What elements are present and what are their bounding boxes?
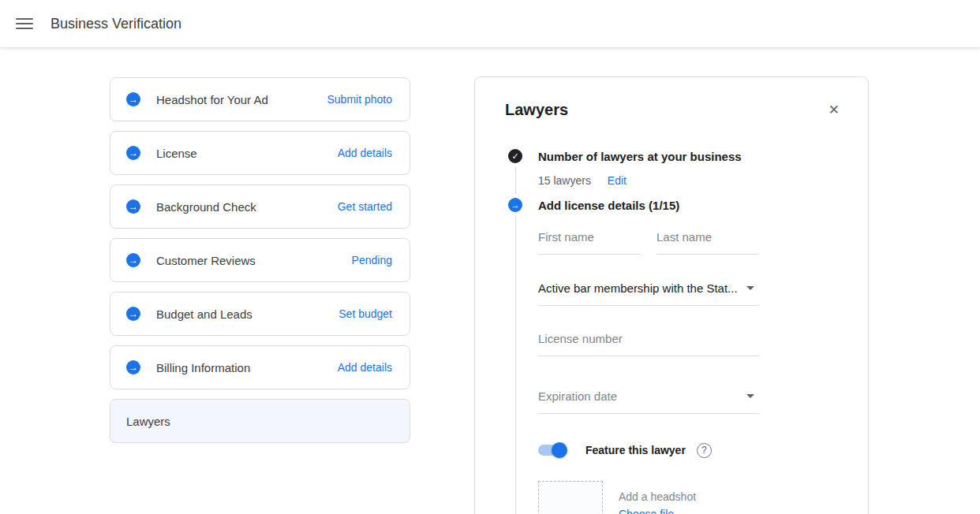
- panel-title: Lawyers: [505, 101, 568, 119]
- checklist-card[interactable]: → Budget and Leads Set budget: [110, 292, 410, 336]
- step-title: Add license details (1/15): [538, 198, 841, 213]
- chevron-down-icon: [746, 286, 754, 290]
- checklist-card-action-link[interactable]: Pending: [352, 254, 392, 266]
- headshot-meta: Add a headshot Choose file: [619, 481, 696, 514]
- feature-toggle[interactable]: [538, 442, 567, 458]
- checklist-card-action-link[interactable]: Add details: [338, 147, 392, 159]
- checklist-card-action-link[interactable]: Add details: [338, 361, 392, 374]
- checklist-card-action-link[interactable]: Submit photo: [327, 93, 393, 106]
- lawyer-count-value: 15 lawyers: [538, 174, 591, 187]
- last-name-field[interactable]: [656, 230, 759, 255]
- main-content: → Headshot for Your Ad Submit photo → Li…: [0, 48, 980, 514]
- checklist-card-action-link[interactable]: Get started: [338, 200, 392, 213]
- bar-membership-value: Active bar membership with the Stat...: [538, 281, 738, 295]
- checklist-card-label: Headshot for Your Ad: [156, 93, 327, 106]
- panel-header: Lawyers ✕: [505, 101, 841, 120]
- page-title: Business Verification: [50, 16, 181, 32]
- feature-toggle-label: Feature this lawyer: [585, 444, 686, 456]
- step-add-license-details: → Add license details (1/15) Active bar …: [505, 198, 841, 514]
- arrow-circle-icon: →: [126, 146, 140, 160]
- checklist-card-label: Billing Information: [156, 361, 338, 374]
- arrow-circle-icon: →: [126, 307, 140, 321]
- stepper: ✓ Number of lawyers at your business 15 …: [505, 149, 841, 514]
- headshot-row: Add a headshot Choose file: [538, 481, 841, 514]
- checklist-card[interactable]: → Customer Reviews Pending: [110, 238, 410, 282]
- step-rail: →: [508, 198, 522, 514]
- expiration-date-placeholder: Expiration date: [538, 389, 617, 403]
- checklist-card[interactable]: Lawyers: [110, 399, 410, 443]
- checklist: → Headshot for Your Ad Submit photo → Li…: [110, 77, 410, 453]
- arrow-circle-icon: →: [126, 199, 140, 214]
- step-content: Add license details (1/15) Active bar me…: [538, 198, 841, 514]
- checklist-card-label: Budget and Leads: [156, 307, 339, 321]
- step-title: Number of lawyers at your business: [538, 149, 841, 164]
- step-rail: ✓: [508, 149, 522, 198]
- arrow-circle-icon: →: [126, 253, 140, 267]
- headshot-label: Add a headshot: [619, 490, 696, 503]
- step-summary: 15 lawyers Edit: [538, 174, 841, 187]
- checklist-card-label: Lawyers: [126, 415, 392, 428]
- checklist-card[interactable]: → Background Check Get started: [110, 184, 410, 229]
- bar-membership-select[interactable]: Active bar membership with the Stat...: [538, 281, 759, 306]
- step-connector: [515, 167, 516, 194]
- expiration-date-select[interactable]: Expiration date: [538, 389, 759, 414]
- check-circle-icon: ✓: [508, 149, 522, 163]
- step-connector: [515, 216, 516, 514]
- checklist-card[interactable]: → Billing Information Add details: [110, 345, 410, 389]
- feature-toggle-row: Feature this lawyer ?: [538, 442, 841, 458]
- arrow-circle-icon: →: [126, 92, 140, 106]
- help-icon[interactable]: ?: [697, 443, 712, 458]
- license-details-form: Active bar membership with the Stat... E…: [538, 230, 841, 514]
- checklist-card-label: License: [156, 147, 338, 160]
- arrow-circle-icon: →: [126, 360, 140, 374]
- checklist-card-label: Background Check: [156, 200, 338, 214]
- first-name-field[interactable]: [538, 230, 641, 255]
- choose-file-link[interactable]: Choose file: [619, 508, 674, 514]
- hamburger-icon[interactable]: [16, 18, 33, 29]
- checklist-card[interactable]: → License Add details: [110, 131, 410, 175]
- lawyers-panel: Lawyers ✕ ✓ Number of lawyers at your bu…: [474, 76, 869, 514]
- close-icon[interactable]: ✕: [827, 101, 841, 120]
- checklist-card[interactable]: → Headshot for Your Ad Submit photo: [110, 77, 410, 121]
- toggle-thumb: [552, 442, 567, 458]
- chevron-down-icon: [746, 394, 754, 398]
- license-number-field[interactable]: [538, 332, 759, 356]
- step-number-of-lawyers: ✓ Number of lawyers at your business 15 …: [505, 149, 841, 198]
- checklist-card-label: Customer Reviews: [156, 254, 352, 267]
- step-content: Number of lawyers at your business 15 la…: [538, 149, 841, 198]
- edit-link[interactable]: Edit: [608, 174, 627, 187]
- app-header: Business Verification: [0, 0, 980, 48]
- checklist-card-action-link[interactable]: Set budget: [339, 307, 392, 320]
- name-row: [538, 230, 841, 255]
- headshot-upload-box[interactable]: [538, 481, 603, 514]
- arrow-circle-icon: →: [508, 198, 522, 212]
